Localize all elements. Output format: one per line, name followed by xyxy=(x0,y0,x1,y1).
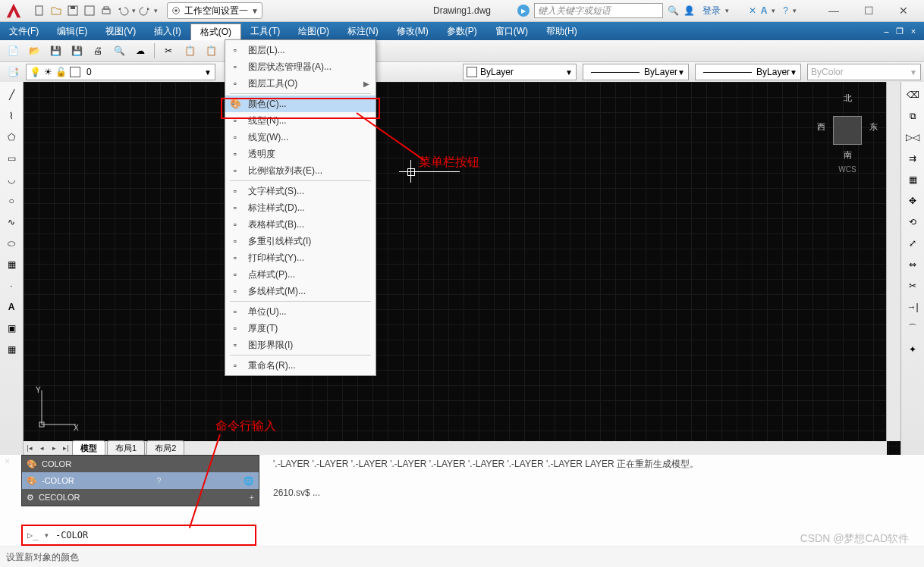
menu-item[interactable]: ▫图形界限(I) xyxy=(225,337,376,353)
layer-props-icon[interactable]: 📑 xyxy=(3,62,23,82)
exchange-icon[interactable]: ✕ xyxy=(749,5,756,16)
command-input[interactable]: ▷_ ▾ -COLOR xyxy=(21,525,256,546)
minimize-button[interactable]: — xyxy=(816,0,851,21)
menu-window[interactable]: 窗口(W) xyxy=(486,22,537,40)
new-icon[interactable] xyxy=(32,3,47,18)
extend-icon[interactable]: →| xyxy=(903,297,922,317)
move-icon[interactable]: ✥ xyxy=(903,191,922,211)
fillet-icon[interactable]: ⌒ xyxy=(903,318,922,338)
search-icon[interactable]: 🔍 xyxy=(668,5,679,16)
menu-item[interactable]: ▫表格样式(B)... xyxy=(225,216,376,233)
stretch-icon[interactable]: ⇔ xyxy=(903,255,922,274)
app-logo[interactable] xyxy=(0,0,27,21)
polygon-icon[interactable]: ⬠ xyxy=(2,127,21,147)
tab-model[interactable]: 模型 xyxy=(72,440,105,455)
menu-item[interactable]: ▫线宽(W)... xyxy=(225,129,376,146)
mdi-restore-button[interactable]: ❐ xyxy=(894,25,906,37)
menu-item[interactable]: ▫图层(L)... xyxy=(225,42,376,58)
spline-icon[interactable]: ∿ xyxy=(2,212,21,232)
tb-plot-icon[interactable]: 🖨 xyxy=(88,41,108,61)
menu-insert[interactable]: 插入(I) xyxy=(145,22,190,40)
rect-icon[interactable]: ▭ xyxy=(2,149,21,168)
hatch-icon[interactable]: ▦ xyxy=(2,255,21,274)
explode-icon[interactable]: ✦ xyxy=(903,340,922,359)
line-icon[interactable]: ╱ xyxy=(2,85,21,105)
lineweight-combo[interactable]: ByLayer▼ xyxy=(695,64,801,80)
copy-icon[interactable]: ⧉ xyxy=(903,106,922,126)
menu-item[interactable]: ▫厚度(T) xyxy=(225,320,376,337)
menu-tools[interactable]: 工具(T) xyxy=(241,22,289,40)
mdi-close-button[interactable]: × xyxy=(907,25,919,37)
menu-item[interactable]: ▫多重引线样式(I) xyxy=(225,233,376,249)
palette-row[interactable]: ⚙ CECOLOR + xyxy=(22,489,259,506)
ellipse-icon[interactable]: ⬭ xyxy=(2,233,21,253)
viewcube-face[interactable] xyxy=(833,116,862,145)
workspace-selector[interactable]: 工作空间设置一 ▼ xyxy=(167,2,262,19)
menu-item[interactable]: ▫单位(U)... xyxy=(225,303,376,320)
tb-copy-icon[interactable]: 📋 xyxy=(180,41,200,61)
menu-item[interactable]: 🎨颜色(C)... xyxy=(225,96,376,112)
palette-row[interactable]: 🎨 COLOR xyxy=(22,456,259,472)
tb-new-icon[interactable]: 📄 xyxy=(3,41,23,61)
text-icon[interactable]: A xyxy=(2,297,21,317)
menu-file[interactable]: 文件(F) xyxy=(0,22,48,40)
open-icon[interactable] xyxy=(49,3,64,18)
drawing-canvas[interactable]: YX 北 西 东 南 WCS |◂ ◂ ▸ ▸| 模型 布局1 布局2 xyxy=(24,82,900,455)
color-combo[interactable]: ByLayer▼ xyxy=(463,64,577,80)
menu-item[interactable]: ▫标注样式(D)... xyxy=(225,199,376,216)
menu-edit[interactable]: 编辑(E) xyxy=(48,22,96,40)
tb-paste-icon[interactable]: 📋 xyxy=(201,41,221,61)
vertical-scrollbar[interactable] xyxy=(886,82,900,441)
rotate-icon[interactable]: ⟲ xyxy=(903,212,922,232)
table-icon[interactable]: ▦ xyxy=(2,340,21,359)
menu-view[interactable]: 视图(V) xyxy=(96,22,145,40)
menu-item[interactable]: ▫多线样式(M)... xyxy=(225,283,376,299)
linetype-combo[interactable]: ByLayer▼ xyxy=(583,64,689,80)
close-button[interactable]: ✕ xyxy=(886,0,921,21)
globe-icon[interactable]: 🌐 xyxy=(244,476,254,486)
plotstyle-combo[interactable]: ByColor▼ xyxy=(807,64,921,80)
infocenter-play-icon[interactable]: ▶ xyxy=(517,5,530,17)
viewcube[interactable]: 北 西 东 南 WCS xyxy=(817,92,878,176)
menu-parametric[interactable]: 参数(P) xyxy=(438,22,486,40)
tb-save-icon[interactable]: 💾 xyxy=(46,41,65,61)
mdi-minimize-button[interactable]: ‒ xyxy=(880,25,892,37)
circle-icon[interactable]: ○ xyxy=(2,191,21,211)
tab-prev-icon[interactable]: ◂ xyxy=(36,442,48,454)
saveas-icon[interactable] xyxy=(82,3,97,18)
print-icon[interactable] xyxy=(99,3,114,18)
help-icon[interactable]: ? xyxy=(156,476,161,485)
scale-icon[interactable]: ⤢ xyxy=(903,233,922,253)
palette-close-icon[interactable]: × xyxy=(5,456,18,467)
menu-item[interactable]: ▫图层工具(O)▶ xyxy=(225,75,376,92)
tab-last-icon[interactable]: ▸| xyxy=(60,442,72,454)
menu-item[interactable]: ▫点样式(P)... xyxy=(225,266,376,283)
maximize-button[interactable]: ☐ xyxy=(851,0,886,21)
menu-item[interactable]: ▫图层状态管理器(A)... xyxy=(225,58,376,75)
menu-item[interactable]: ▫文字样式(S)... xyxy=(225,183,376,199)
menu-item[interactable]: ▫比例缩放列表(E)... xyxy=(225,162,376,179)
menu-dimension[interactable]: 标注(N) xyxy=(338,22,388,40)
tb-open-icon[interactable]: 📂 xyxy=(24,41,44,61)
tab-layout2[interactable]: 布局2 xyxy=(146,440,184,455)
app-icon-a[interactable]: A xyxy=(761,5,768,16)
help-icon[interactable]: ? xyxy=(783,5,788,16)
menu-item[interactable]: ▫打印样式(Y)... xyxy=(225,249,376,266)
tb-publish-icon[interactable]: ☁ xyxy=(130,41,150,61)
menu-help[interactable]: 帮助(H) xyxy=(537,22,586,40)
offset-icon[interactable]: ⇉ xyxy=(903,149,922,168)
menu-item[interactable]: ▫透明度 xyxy=(225,146,376,162)
menu-draw[interactable]: 绘图(D) xyxy=(289,22,338,40)
tb-saveas-icon[interactable]: 💾 xyxy=(67,41,86,61)
save-icon[interactable] xyxy=(65,3,80,18)
arc-icon[interactable]: ◡ xyxy=(2,170,21,190)
tab-next-icon[interactable]: ▸ xyxy=(48,442,60,454)
erase-icon[interactable]: ⌫ xyxy=(903,85,922,105)
menu-modify[interactable]: 修改(M) xyxy=(388,22,438,40)
layer-combo[interactable]: 💡 ☀ 🔓 0 ▼ xyxy=(26,64,215,80)
menu-item[interactable]: ▫重命名(R)... xyxy=(225,357,376,374)
menu-item[interactable]: ▫线型(N)... xyxy=(225,112,376,129)
palette-row-selected[interactable]: 🎨 -COLOR ? 🌐 xyxy=(22,472,259,489)
region-icon[interactable]: ▣ xyxy=(2,318,21,338)
mirror-icon[interactable]: ▷◁ xyxy=(903,127,922,147)
